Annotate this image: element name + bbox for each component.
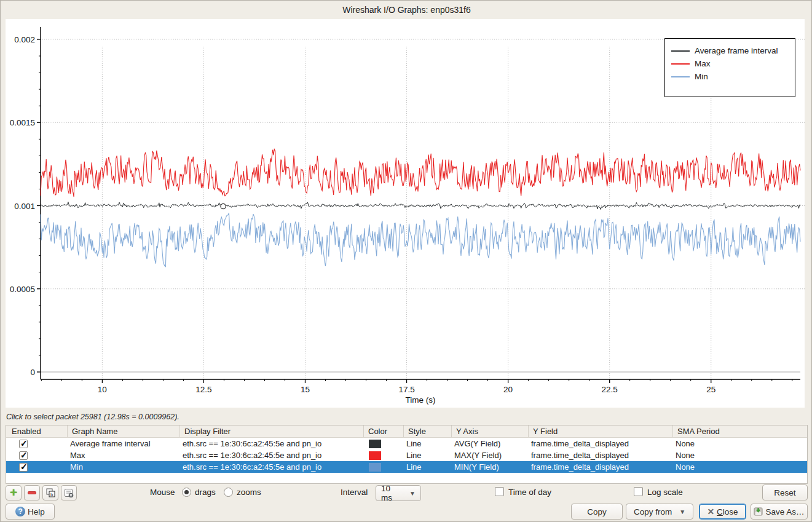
copy-button[interactable]: Copy — [571, 504, 623, 520]
col-header-y-field[interactable]: Y Field — [529, 425, 673, 437]
controls-row: + b Mouse drags zooms Interval 10 ms ▼ T… — [1, 484, 812, 501]
col-header-enabled[interactable]: Enabled — [6, 425, 68, 437]
color-swatch[interactable] — [369, 440, 381, 448]
cell-y-axis[interactable]: MIN(Y Field) — [452, 461, 529, 473]
cell-style[interactable]: Line — [404, 461, 452, 473]
cell-y-axis[interactable]: MAX(Y Field) — [452, 449, 529, 461]
col-header-color[interactable]: Color — [364, 425, 404, 437]
save-as-button[interactable]: Save As… — [751, 504, 808, 520]
svg-text:0: 0 — [30, 368, 35, 377]
log-scale-checkbox[interactable] — [634, 487, 643, 496]
cell-graph-name[interactable]: Average frame interval — [68, 438, 180, 449]
col-header-style[interactable]: Style — [404, 425, 452, 437]
series-max-line — [41, 149, 800, 197]
save-icon — [754, 507, 763, 516]
enabled-checkbox[interactable] — [19, 451, 28, 460]
cell-sma-period[interactable]: None — [673, 461, 807, 473]
mouse-label: Mouse — [150, 488, 175, 497]
svg-text:22.5: 22.5 — [602, 385, 618, 394]
legend-line-avg — [671, 50, 690, 52]
copy-icon: b — [46, 488, 55, 497]
copy-from-button[interactable]: Copy from ▼ — [626, 504, 693, 520]
col-header-sma-period[interactable]: SMA Period — [673, 425, 807, 437]
legend-entry-max: Max — [665, 57, 795, 70]
legend-line-min — [671, 76, 690, 77]
cell-sma-period[interactable]: None — [673, 438, 807, 449]
cell-sma-period[interactable]: None — [673, 449, 807, 461]
cell-display-filter[interactable]: eth.src == 1e:30:6c:a2:45:5e and pn_io — [180, 449, 364, 461]
svg-text:0.001: 0.001 — [14, 202, 35, 211]
table-row-min-selected[interactable]: Min eth.src == 1e:30:6c:a2:45:5e and pn_… — [6, 461, 807, 473]
cell-graph-name[interactable]: Max — [68, 449, 180, 461]
chevron-down-icon: ▼ — [409, 490, 416, 497]
window-title-text: Wireshark I/O Graphs: enp0s31f6 — [342, 5, 471, 15]
cell-y-field[interactable]: frame.time_delta_displayed — [529, 461, 673, 473]
table-row-max[interactable]: Max eth.src == 1e:30:6c:a2:45:5e and pn_… — [6, 449, 807, 461]
legend-label-max: Max — [695, 59, 711, 68]
minus-icon — [28, 491, 36, 494]
time-of-day-label[interactable]: Time of day — [508, 488, 551, 497]
mouse-drags-radio[interactable] — [182, 488, 191, 497]
table-row-avg[interactable]: Average frame interval eth.src == 1e:30:… — [6, 438, 807, 449]
svg-text:20: 20 — [503, 385, 513, 394]
window-title: Wireshark I/O Graphs: enp0s31f6 — [1, 1, 812, 19]
chevron-down-icon: ▼ — [679, 508, 685, 515]
svg-text:0.002: 0.002 — [14, 35, 35, 44]
interval-label: Interval — [341, 488, 368, 497]
cell-style[interactable]: Line — [404, 449, 452, 461]
cell-display-filter[interactable]: eth.src == 1e:30:6c:a2:45:5e and pn_io — [180, 461, 364, 473]
close-x-icon: ✕ — [707, 507, 714, 516]
save-as-label: Save As… — [765, 507, 804, 516]
interval-value: 10 ms — [381, 484, 402, 502]
col-header-display-filter[interactable]: Display Filter — [180, 425, 364, 437]
remove-graph-button[interactable] — [24, 485, 40, 500]
reset-button[interactable]: Reset — [762, 484, 808, 500]
svg-text:17.5: 17.5 — [398, 385, 414, 394]
close-button-label: Close — [717, 507, 738, 516]
duplicate-graph-button[interactable]: b — [42, 485, 58, 500]
cell-y-axis[interactable]: AVG(Y Field) — [452, 438, 529, 449]
legend-label-avg: Average frame interval — [695, 46, 778, 55]
svg-text:0.0015: 0.0015 — [10, 118, 35, 127]
cell-y-field[interactable]: frame.time_delta_displayed — [529, 449, 673, 461]
mouse-zooms-label[interactable]: zooms — [237, 488, 261, 497]
close-button[interactable]: ✕ Close — [699, 504, 746, 520]
help-button[interactable]: ? Help — [6, 504, 55, 520]
cell-style[interactable]: Line — [404, 438, 452, 449]
clear-graphs-button[interactable] — [61, 485, 77, 500]
x-axis-title: Time (s) — [41, 395, 800, 405]
add-graph-button[interactable]: + — [6, 485, 22, 500]
cell-graph-name[interactable]: Min — [68, 461, 180, 473]
interval-dropdown[interactable]: 10 ms ▼ — [376, 485, 421, 501]
cell-display-filter[interactable]: eth.src == 1e:30:6c:a2:45:5e and pn_io — [180, 438, 364, 449]
svg-text:10: 10 — [98, 385, 107, 394]
hint-status-line: Click to select packet 25981 (12.98s = 0… — [6, 410, 805, 424]
log-scale-label[interactable]: Log scale — [647, 488, 683, 497]
svg-text:b: b — [50, 492, 53, 497]
time-of-day-checkbox[interactable] — [495, 487, 504, 496]
svg-text:25: 25 — [706, 385, 715, 394]
legend-line-max — [671, 63, 690, 65]
clear-list-icon — [64, 488, 74, 498]
cell-y-field[interactable]: frame.time_delta_displayed — [529, 438, 673, 449]
footer-row: ? Help Copy Copy from ▼ ✕ Close Save As… — [1, 503, 812, 520]
svg-text:0.0005: 0.0005 — [10, 285, 35, 294]
enabled-checkbox[interactable] — [19, 463, 28, 472]
legend-entry-avg: Average frame interval — [665, 44, 795, 57]
selected-packet-marker[interactable] — [221, 204, 226, 208]
series-min-line — [41, 213, 800, 266]
plus-icon: + — [10, 486, 17, 500]
color-swatch[interactable] — [369, 463, 381, 472]
legend-label-min: Min — [695, 72, 708, 81]
graphs-table: Enabled Graph Name Display Filter Color … — [6, 425, 808, 484]
color-swatch[interactable] — [369, 451, 381, 460]
svg-text:15: 15 — [301, 385, 310, 394]
help-icon: ? — [15, 507, 25, 516]
io-graph-plot[interactable]: 00.00050.0010.00150.0021012.51517.52022.… — [6, 19, 805, 408]
enabled-checkbox[interactable] — [19, 440, 28, 448]
col-header-y-axis[interactable]: Y Axis — [452, 425, 529, 437]
mouse-drags-label[interactable]: drags — [195, 488, 216, 497]
col-header-graph-name[interactable]: Graph Name — [68, 425, 180, 437]
mouse-zooms-radio[interactable] — [224, 488, 233, 497]
help-button-label: Help — [28, 507, 45, 516]
